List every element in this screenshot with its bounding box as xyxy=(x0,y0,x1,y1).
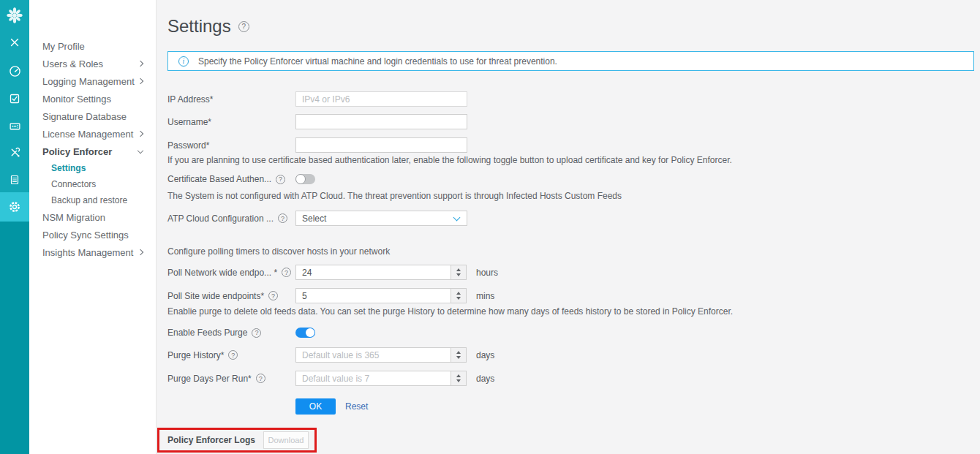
password-input[interactable] xyxy=(295,137,467,153)
help-icon[interactable]: ? xyxy=(282,268,291,277)
info-banner: i Specify the Policy Enforcer virtual ma… xyxy=(167,51,974,71)
purge-days-stepper[interactable] xyxy=(451,371,467,386)
certificate-note: If you are planning to use certificate b… xyxy=(167,155,732,165)
reports-icon[interactable] xyxy=(0,171,29,189)
stepper-down-icon[interactable] xyxy=(456,273,461,276)
ip-address-input[interactable] xyxy=(295,91,467,107)
tools-icon[interactable] xyxy=(0,143,29,161)
sidebar-item-label: NSM Migration xyxy=(42,212,105,223)
toggle-knob xyxy=(306,328,314,337)
sidebar-item-label: Users & Roles xyxy=(42,58,103,69)
purge-history-input[interactable] xyxy=(295,347,451,363)
poll-site-stepper[interactable] xyxy=(451,288,467,303)
help-icon[interactable]: ? xyxy=(278,213,287,223)
feeds-purge-toggle[interactable] xyxy=(295,328,315,338)
chevron-right-icon xyxy=(137,78,143,84)
sidebar-item-insights-management[interactable]: Insights Management xyxy=(29,243,156,261)
chevron-down-icon xyxy=(453,213,461,221)
certificate-auth-toggle[interactable] xyxy=(295,174,315,184)
select-value: Select xyxy=(302,213,326,224)
chevron-right-icon xyxy=(137,249,143,255)
info-icon: i xyxy=(178,56,189,67)
sidebar-item-label: Connectors xyxy=(51,179,96,189)
atp-cloud-config-label: ATP Cloud Configuration ... ? xyxy=(167,213,295,224)
feeds-purge-row: Enable Feeds Purge ? xyxy=(167,327,315,338)
main-content: Settings ? i Specify the Policy Enforcer… xyxy=(157,0,980,454)
polling-timers-note: Configure polling timers to discover hos… xyxy=(167,246,390,257)
poll-site-input[interactable] xyxy=(295,288,451,303)
poll-network-unit: hours xyxy=(476,268,498,278)
sidebar-item-backup-restore[interactable]: Backup and restore xyxy=(29,192,156,208)
purge-days-unit: days xyxy=(476,374,494,384)
sidebar-item-license-management[interactable]: License Management xyxy=(29,125,156,143)
dashboard-icon[interactable] xyxy=(0,62,29,80)
stepper-up-icon[interactable] xyxy=(456,268,461,271)
download-button[interactable]: Download xyxy=(263,431,309,449)
password-row: Password* xyxy=(167,137,467,153)
sidebar-item-label: Backup and restore xyxy=(51,195,127,205)
chevron-right-icon xyxy=(137,131,143,137)
feeds-purge-label: Enable Feeds Purge ? xyxy=(167,328,295,338)
sidebar-item-label: My Profile xyxy=(42,41,85,52)
sidebar-item-monitor-settings[interactable]: Monitor Settings xyxy=(29,90,156,107)
stepper-up-icon[interactable] xyxy=(456,351,461,354)
policy-enforcer-logs-label: Policy Enforcer Logs xyxy=(167,435,255,445)
purge-days-input[interactable] xyxy=(295,371,451,386)
ok-button[interactable]: OK xyxy=(295,398,336,415)
page-title: Settings ? xyxy=(167,16,249,37)
purge-history-label: Purge History* ? xyxy=(167,350,295,360)
stepper-down-icon[interactable] xyxy=(456,379,461,382)
console-icon[interactable] xyxy=(0,117,29,135)
page-title-text: Settings xyxy=(167,16,231,37)
help-icon[interactable]: ? xyxy=(256,374,265,383)
info-banner-text: Specify the Policy Enforcer virtual mach… xyxy=(198,56,557,67)
sidebar-item-nsm-migration[interactable]: NSM Migration xyxy=(29,208,156,226)
stepper-down-icon[interactable] xyxy=(456,297,461,300)
settings-gear-icon[interactable] xyxy=(0,198,29,216)
tasks-icon[interactable] xyxy=(0,90,29,107)
sidebar-item-label: Insights Management xyxy=(42,247,133,258)
poll-network-input[interactable] xyxy=(295,265,451,280)
sidebar-item-label: Signature Database xyxy=(42,111,127,122)
poll-site-row: Poll Site wide endpoints* ? mins xyxy=(167,288,494,303)
purge-history-stepper[interactable] xyxy=(451,347,467,363)
certificate-auth-row: Certificate Based Authen... ? xyxy=(167,173,315,185)
purge-days-label: Purge Days Per Run* ? xyxy=(167,374,295,384)
atp-cloud-config-select[interactable]: Select xyxy=(295,211,467,226)
annotation-highlight-box: Policy Enforcer Logs Download xyxy=(157,428,317,453)
stepper-up-icon[interactable] xyxy=(456,374,461,377)
sidebar-item-logging-management[interactable]: Logging Management xyxy=(29,72,156,90)
sidebar-item-connectors[interactable]: Connectors xyxy=(29,176,156,192)
help-icon[interactable]: ? xyxy=(268,291,278,300)
poll-network-label: Poll Network wide endpo... * ? xyxy=(167,268,295,278)
sidebar-item-label: Settings xyxy=(51,163,86,173)
sidebar-item-my-profile[interactable]: My Profile xyxy=(29,37,156,55)
poll-site-label: Poll Site wide endpoints* ? xyxy=(167,291,295,301)
close-icon[interactable] xyxy=(0,34,29,51)
help-icon[interactable]: ? xyxy=(238,21,249,32)
reset-link[interactable]: Reset xyxy=(345,401,368,412)
stepper-down-icon[interactable] xyxy=(456,356,461,359)
juniper-logo-icon[interactable] xyxy=(0,4,29,26)
settings-sidebar: My Profile Users & Roles Logging Managem… xyxy=(29,0,157,454)
sidebar-item-label: Monitor Settings xyxy=(42,94,111,105)
help-icon[interactable]: ? xyxy=(252,328,261,338)
sidebar-item-policy-enforcer[interactable]: Policy Enforcer xyxy=(29,143,156,160)
poll-network-stepper[interactable] xyxy=(451,265,467,280)
help-icon[interactable]: ? xyxy=(228,350,238,360)
sidebar-item-signature-database[interactable]: Signature Database xyxy=(29,107,156,125)
username-input[interactable] xyxy=(295,114,467,129)
password-label: Password* xyxy=(167,140,295,151)
ip-address-label: IP Address* xyxy=(167,94,295,105)
sidebar-item-users-roles[interactable]: Users & Roles xyxy=(29,55,156,72)
sidebar-item-label: Policy Sync Settings xyxy=(42,230,129,241)
sidebar-item-label: Logging Management xyxy=(42,76,135,87)
help-icon[interactable]: ? xyxy=(276,175,285,184)
poll-site-unit: mins xyxy=(476,291,494,301)
app-window: My Profile Users & Roles Logging Managem… xyxy=(0,0,980,454)
atp-cloud-config-row: ATP Cloud Configuration ... ? Select xyxy=(167,211,467,226)
chevron-down-icon xyxy=(137,148,143,154)
stepper-up-icon[interactable] xyxy=(456,292,461,295)
sidebar-item-settings[interactable]: Settings xyxy=(29,160,156,176)
sidebar-item-policy-sync-settings[interactable]: Policy Sync Settings xyxy=(29,226,156,243)
